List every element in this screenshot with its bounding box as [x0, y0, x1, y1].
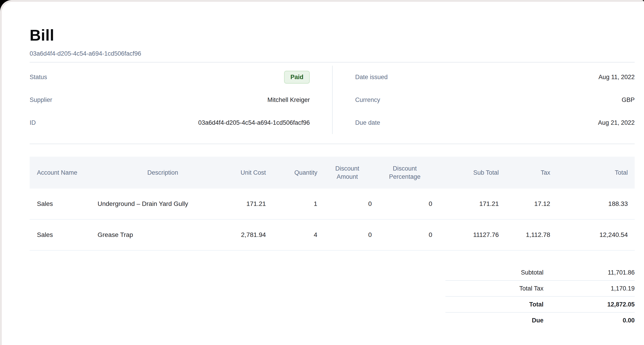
col-header-quantity: Quantity [268, 157, 320, 188]
bill-info-left-column: Status Paid Supplier Mitchell Kreiger ID… [30, 66, 332, 134]
cell-quantity: 4 [268, 219, 320, 250]
col-header-account-name: Account Name [30, 157, 96, 188]
bill-detail-card: Bill 03a6d4f4-d205-4c54-a694-1cd506facf9… [2, 2, 644, 345]
cell-total: 188.33 [553, 188, 635, 219]
subtotal-label: Subtotal [446, 269, 544, 276]
col-header-discount-percentage: Discount Percentage [374, 157, 435, 188]
info-row-id: ID 03a6d4f4-d205-4c54-a694-1cd506facf96 [30, 111, 310, 134]
col-header-discount-amount: Discount Amount [320, 157, 374, 188]
total-value: 12,872.05 [544, 301, 635, 308]
id-value: 03a6d4f4-d205-4c54-a694-1cd506facf96 [198, 119, 310, 126]
cell-discount-percentage: 0 [374, 188, 435, 219]
subtotal-value: 11,701.86 [544, 269, 635, 276]
totals-row-subtotal: Subtotal 11,701.86 [446, 265, 635, 280]
info-row-status: Status Paid [30, 66, 310, 88]
info-row-currency: Currency GBP [355, 88, 635, 111]
table-row: Sales Grease Trap 2,781.94 4 0 0 11127.7… [30, 219, 635, 250]
cell-description: Grease Trap [96, 219, 229, 250]
cell-discount-amount: 0 [320, 188, 374, 219]
cell-tax: 17.12 [502, 188, 553, 219]
due-date-label: Due date [355, 119, 380, 126]
info-row-due-date: Due date Aug 21, 2022 [355, 111, 635, 134]
status-badge: Paid [284, 71, 310, 84]
col-header-tax: Tax [502, 157, 553, 188]
due-label: Due [446, 317, 544, 324]
bill-uuid: 03a6d4f4-d205-4c54-a694-1cd506facf96 [30, 50, 635, 58]
totals-row-due: Due 0.00 [446, 312, 635, 328]
totals-row-total-tax: Total Tax 1,170.19 [446, 280, 635, 296]
date-issued-label: Date issued [355, 74, 388, 81]
total-label: Total [446, 301, 544, 308]
status-label: Status [30, 74, 47, 81]
supplier-label: Supplier [30, 96, 52, 104]
total-tax-label: Total Tax [446, 285, 544, 292]
col-header-description: Description [96, 157, 229, 188]
info-row-date-issued: Date issued Aug 11, 2022 [355, 66, 635, 88]
info-row-supplier: Supplier Mitchell Kreiger [30, 88, 310, 111]
cell-unit-cost: 171.21 [229, 188, 269, 219]
id-label: ID [30, 119, 36, 126]
divider-under-info [30, 144, 635, 144]
col-header-total: Total [553, 157, 635, 188]
totals-section: Subtotal 11,701.86 Total Tax 1,170.19 To… [446, 265, 635, 328]
cell-discount-amount: 0 [320, 219, 374, 250]
table-row: Sales Underground – Drain Yard Gully 171… [30, 188, 635, 219]
col-header-unit-cost: Unit Cost [229, 157, 269, 188]
due-date-value: Aug 21, 2022 [598, 119, 635, 126]
total-tax-value: 1,170.19 [544, 285, 635, 292]
line-items-table: Account Name Description Unit Cost Quant… [30, 157, 635, 250]
cell-total: 12,240.54 [553, 219, 635, 250]
bill-info-section: Status Paid Supplier Mitchell Kreiger ID… [30, 62, 635, 134]
cell-quantity: 1 [268, 188, 320, 219]
supplier-value: Mitchell Kreiger [268, 96, 310, 104]
currency-label: Currency [355, 96, 380, 104]
table-header-row: Account Name Description Unit Cost Quant… [30, 157, 635, 188]
page-title: Bill [30, 26, 635, 44]
cell-tax: 1,112.78 [502, 219, 553, 250]
cell-unit-cost: 2,781.94 [229, 219, 269, 250]
cell-discount-percentage: 0 [374, 219, 435, 250]
cell-sub-total: 171.21 [435, 188, 502, 219]
col-header-sub-total: Sub Total [435, 157, 502, 188]
totals-row-total: Total 12,872.05 [446, 296, 635, 312]
due-value: 0.00 [544, 317, 635, 324]
cell-account-name: Sales [30, 188, 96, 219]
bill-info-right-column: Date issued Aug 11, 2022 Currency GBP Du… [332, 66, 635, 134]
cell-sub-total: 11127.76 [435, 219, 502, 250]
cell-description: Underground – Drain Yard Gully [96, 188, 229, 219]
currency-value: GBP [622, 96, 635, 104]
date-issued-value: Aug 11, 2022 [598, 74, 635, 81]
cell-account-name: Sales [30, 219, 96, 250]
